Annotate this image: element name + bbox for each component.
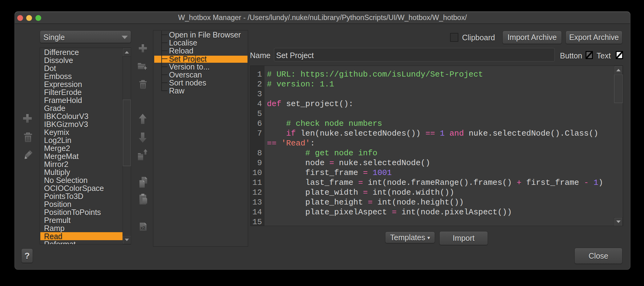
svg-text:x2: x2 — [140, 225, 145, 230]
